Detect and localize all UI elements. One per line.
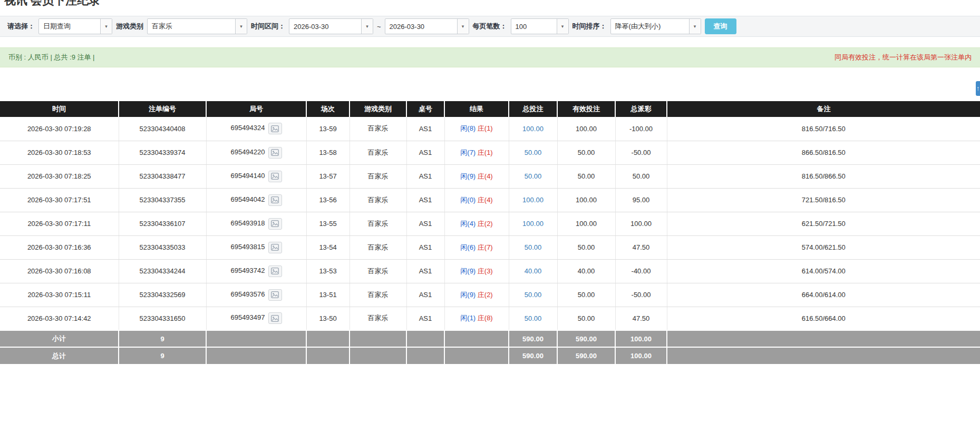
col-header-result: 结果 — [444, 101, 509, 117]
session-cell: 13-53 — [306, 259, 350, 283]
col-header-time: 时间 — [0, 101, 119, 117]
total-bet-link[interactable]: 50.00 — [525, 149, 542, 156]
round-id: 695493497 — [230, 314, 265, 322]
result-cell: 闲(4) 庄(2) — [444, 212, 509, 235]
payout-cell: -100.00 — [615, 117, 667, 141]
total-bet-link[interactable]: 40.00 — [525, 267, 542, 275]
total-bet-link[interactable]: 100.00 — [522, 125, 544, 133]
result-cell: 闲(9) 庄(4) — [444, 164, 509, 188]
table-no-cell: AS1 — [406, 141, 444, 164]
table-row: 2026-03-30 07:18:25523304338477695494140… — [0, 164, 980, 188]
table-no-cell: AS1 — [406, 259, 444, 283]
sort-order-label: 时间排序： — [573, 22, 607, 31]
round-cell: 695493576 — [206, 283, 306, 307]
select-type-dropdown[interactable]: 日期查询 ▾ — [38, 18, 112, 34]
time-cell: 2026-03-30 07:17:11 — [0, 212, 119, 235]
total-bet-link[interactable]: 100.00 — [522, 220, 544, 228]
result-cell: 闲(8) 庄(1) — [444, 117, 509, 141]
table-no-cell: AS1 — [406, 117, 444, 141]
per-page-dropdown[interactable]: 100 ▾ — [511, 18, 569, 34]
round-id: 695494042 — [230, 195, 265, 203]
bet-id-cell: 523304335033 — [119, 235, 206, 259]
result-player: 闲(9) — [460, 172, 476, 180]
valid-bet-cell: 50.00 — [557, 235, 615, 259]
round-id: 695493576 — [230, 290, 265, 298]
date-from-dropdown[interactable]: 2026-03-30 ▾ — [289, 18, 373, 34]
total-bet-link[interactable]: 50.00 — [525, 243, 542, 251]
round-result-button[interactable] — [268, 218, 282, 230]
footer-empty-cell — [350, 330, 406, 347]
footer-empty-cell — [444, 347, 509, 364]
col-header-table: 桌号 — [406, 101, 444, 117]
result-banker: 庄(2) — [478, 291, 493, 299]
bet-id-cell: 523304340408 — [119, 117, 206, 141]
round-result-button[interactable] — [268, 242, 282, 253]
chevron-down-icon[interactable]: ▾ — [457, 19, 469, 34]
game-type-cell: 百家乐 — [350, 259, 406, 283]
per-page-value: 100 — [511, 19, 557, 34]
footer-empty-cell — [406, 330, 444, 347]
note-cell: 816.50/716.50 — [667, 117, 980, 141]
total-bet-cell: 100.00 — [509, 188, 557, 212]
chevron-down-icon[interactable]: ▾ — [100, 19, 112, 34]
result-banker: 庄(4) — [478, 172, 493, 180]
result-player: 闲(0) — [460, 196, 476, 204]
footer-empty-cell — [306, 347, 350, 364]
result-player: 闲(9) — [460, 267, 476, 275]
game-type-cell: 百家乐 — [350, 212, 406, 235]
result-cell: 闲(6) 庄(7) — [444, 235, 509, 259]
round-result-button[interactable] — [268, 171, 282, 182]
total-bet-link[interactable]: 50.00 — [525, 172, 542, 180]
chevron-down-icon[interactable]: ▾ — [557, 19, 568, 34]
game-type-cell: 百家乐 — [350, 164, 406, 188]
valid-bet-cell: 100.00 — [557, 117, 615, 141]
chevron-down-icon[interactable]: ▾ — [235, 19, 247, 34]
chevron-down-icon[interactable]: ▾ — [689, 19, 701, 34]
sort-order-dropdown[interactable]: 降幂(由大到小) ▾ — [610, 18, 701, 34]
col-header-valid-bet: 有效投注 — [557, 101, 615, 117]
result-banker: 庄(2) — [478, 220, 493, 228]
table-row: 2026-03-30 07:17:11523304336107695493918… — [0, 212, 980, 235]
total-bet-cell: 100.00 — [509, 212, 557, 235]
scroll-top-button[interactable]: ↑ — [976, 81, 980, 96]
round-result-button[interactable] — [268, 289, 282, 301]
game-type-cell: 百家乐 — [350, 283, 406, 307]
date-to-dropdown[interactable]: 2026-03-30 ▾ — [385, 18, 469, 34]
time-cell: 2026-03-30 07:14:42 — [0, 307, 119, 330]
valid-bet-cell: 50.00 — [557, 164, 615, 188]
subtotal-payout-cell: 100.00 — [615, 330, 667, 347]
col-header-round: 局号 — [206, 101, 306, 117]
total-bet-cell: 50.00 — [509, 283, 557, 307]
payout-cell: -50.00 — [615, 141, 667, 164]
round-result-button[interactable] — [268, 147, 282, 159]
table-body: 2026-03-30 07:19:28523304340408695494324… — [0, 117, 980, 330]
total-bet-link[interactable]: 50.00 — [525, 314, 542, 322]
total-bet-link[interactable]: 100.00 — [522, 196, 544, 204]
total-row: 总计 9 590.00 590.00 100.00 — [0, 347, 980, 364]
time-cell: 2026-03-30 07:16:08 — [0, 259, 119, 283]
result-banker: 庄(7) — [478, 243, 493, 251]
search-button[interactable]: 查询 — [705, 18, 736, 34]
date-to-value: 2026-03-30 — [385, 19, 457, 34]
total-bet-cell: 50.00 — [509, 164, 557, 188]
round-result-button[interactable] — [268, 312, 282, 324]
total-label-cell: 总计 — [0, 347, 119, 364]
bet-id-cell: 523304339374 — [119, 141, 206, 164]
round-result-button[interactable] — [268, 123, 282, 134]
game-type-dropdown[interactable]: 百家乐 ▾ — [147, 18, 247, 34]
round-id: 695493918 — [230, 219, 265, 227]
round-result-button[interactable] — [268, 194, 282, 206]
footer-empty-cell — [667, 330, 980, 347]
table-header-row: 时间 注单编号 局号 场次 游戏类别 桌号 结果 总投注 有效投注 总派彩 备注 — [0, 101, 980, 117]
round-result-button[interactable] — [268, 265, 282, 277]
session-cell: 13-56 — [306, 188, 350, 212]
valid-bet-cell: 100.00 — [557, 188, 615, 212]
total-bet-link[interactable]: 50.00 — [525, 291, 542, 299]
records-table: 时间 注单编号 局号 场次 游戏类别 桌号 结果 总投注 有效投注 总派彩 备注… — [0, 101, 980, 364]
result-cell: 闲(0) 庄(4) — [444, 188, 509, 212]
picture-icon — [271, 268, 279, 274]
arrow-up-icon: ↑ — [976, 85, 979, 92]
chevron-down-icon[interactable]: ▾ — [361, 19, 373, 34]
game-type-cell: 百家乐 — [350, 307, 406, 330]
session-cell: 13-59 — [306, 117, 350, 141]
